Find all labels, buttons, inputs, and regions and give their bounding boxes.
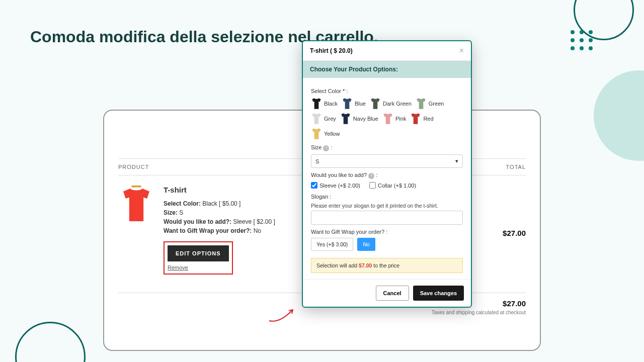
subtotal-note: Taxes and shipping calculated at checkou… [118, 310, 526, 315]
decoration-circle [15, 322, 86, 362]
addon-value: Sleeve [ $2.00 ] [233, 218, 275, 225]
options-heading: Choose Your Product Options: [303, 61, 471, 78]
color-swatch-dark-green[interactable]: Dark Green [370, 97, 412, 110]
size-value: S [179, 209, 183, 216]
color-swatch-pink[interactable]: Pink [382, 112, 406, 125]
giftwrap-label: Want to Gift Wrap your order? : [311, 229, 463, 235]
chevron-down-icon: ▾ [455, 158, 458, 164]
product-image [118, 186, 154, 225]
color-swatch-grid: BlackBlueDark GreenGreenGreyNavy BluePin… [311, 97, 463, 140]
check-label: Sleeve (+$ 2.00) [319, 183, 360, 189]
color-swatch-navy-blue[interactable]: Navy Blue [340, 112, 378, 125]
info-icon[interactable]: ? [368, 173, 374, 179]
tshirt-icon [311, 127, 322, 140]
color-swatch-grey[interactable]: Grey [311, 112, 336, 125]
color-name: Blue [355, 101, 366, 107]
color-name: Green [429, 101, 444, 107]
check-label: Collar (+$ 1.00) [378, 183, 416, 189]
tshirt-icon [370, 97, 381, 110]
color-swatch-blue[interactable]: Blue [342, 97, 366, 110]
col-product: PRODUCT [118, 164, 149, 170]
giftwrap-yes-button[interactable]: Yes (+$ 3.00) [311, 238, 353, 251]
col-total: TOTAL [506, 164, 526, 170]
tshirt-icon [410, 112, 421, 125]
remove-link[interactable]: Remove [168, 264, 229, 270]
decoration-dots [571, 30, 594, 50]
addon-checks: Sleeve (+$ 2.00)Collar (+$ 1.00) [311, 182, 463, 189]
size-select[interactable]: S ▾ [311, 154, 463, 168]
edit-options-button[interactable]: EDIT OPTIONS [168, 245, 229, 261]
giftwrap-no-button[interactable]: No [357, 238, 375, 251]
size-label: Size: [164, 209, 178, 216]
info-icon[interactable]: ? [323, 145, 329, 151]
size-field-label: Size ? : [311, 144, 463, 151]
tshirt-icon [340, 112, 351, 125]
tshirt-icon [382, 112, 393, 125]
svg-rect-0 [132, 186, 141, 188]
close-icon[interactable]: × [459, 46, 464, 55]
wrap-value: No [254, 227, 261, 234]
slogan-hint: Please enter your slogan to get it print… [311, 203, 463, 209]
addon-label: Would you like to add?: [164, 218, 231, 225]
select-color-label: Select Color * : [311, 88, 463, 94]
cancel-button[interactable]: Cancel [376, 286, 409, 301]
tshirt-icon [342, 97, 353, 110]
color-name: Red [423, 116, 433, 122]
color-name: Navy Blue [353, 116, 378, 122]
item-total-col: $27.00 [503, 186, 526, 275]
slogan-label: Slogan : [311, 194, 463, 200]
color-name: Yellow [324, 131, 340, 137]
addon-check[interactable]: Sleeve (+$ 2.00) [311, 182, 360, 189]
color-swatch-green[interactable]: Green [416, 97, 444, 110]
checkbox-input[interactable] [311, 182, 317, 189]
color-name: Dark Green [383, 101, 412, 107]
tshirt-icon [416, 97, 427, 110]
selection-price-bar: Selection will add $7.00 to the price [311, 258, 463, 273]
modal-title: T-shirt ( $ 20.0) [310, 47, 353, 54]
tshirt-icon [118, 186, 154, 225]
color-swatch-yellow[interactable]: Yellow [311, 127, 340, 140]
tshirt-icon [311, 112, 322, 125]
edit-highlight-box: EDIT OPTIONS Remove [164, 241, 233, 275]
color-name: Black [324, 101, 338, 107]
color-name: Grey [324, 116, 336, 122]
item-total: $27.00 [503, 229, 526, 237]
edit-options-modal: T-shirt ( $ 20.0) × Choose Your Product … [302, 40, 472, 308]
decoration-circle [594, 70, 644, 161]
color-swatch-black[interactable]: Black [311, 97, 338, 110]
color-value: Black [ $5.00 ] [202, 200, 240, 207]
color-name: Pink [395, 116, 406, 122]
wrap-label: Want to Gift Wrap your order?: [164, 227, 252, 234]
color-swatch-red[interactable]: Red [410, 112, 433, 125]
selection-amount: $7.00 [359, 262, 372, 268]
checkbox-input[interactable] [369, 182, 376, 189]
arrow-annotation [267, 306, 297, 326]
size-selected: S [315, 158, 319, 164]
tshirt-icon [311, 97, 322, 110]
addon-check[interactable]: Collar (+$ 1.00) [369, 182, 416, 189]
addon-field-label: Would you like to add? ? : [311, 172, 463, 179]
save-button[interactable]: Save changes [413, 286, 464, 301]
color-label: Select Color: [164, 200, 201, 207]
slogan-input[interactable] [311, 211, 463, 225]
